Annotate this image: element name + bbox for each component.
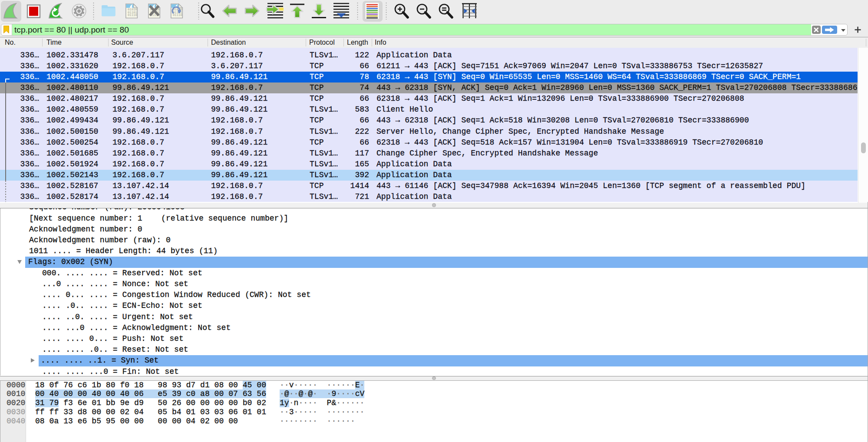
svg-text:01110: 01110 (173, 13, 182, 17)
svg-text:01110: 01110 (128, 13, 137, 17)
